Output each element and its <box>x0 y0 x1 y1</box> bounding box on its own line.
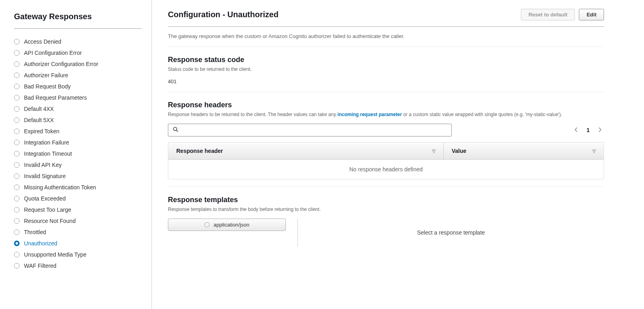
search-box <box>168 124 452 136</box>
col-header-label: Response header <box>176 148 223 154</box>
radio-icon <box>14 207 20 213</box>
column-response-header[interactable]: Response header ▽ <box>168 142 444 159</box>
sort-icon: ▽ <box>432 148 435 154</box>
radio-icon <box>14 61 20 67</box>
sidebar-item-label: Default 4XX <box>24 106 54 112</box>
radio-icon <box>14 196 20 201</box>
sidebar-item-label: Invalid API Key <box>24 162 62 168</box>
radio-icon <box>14 72 20 78</box>
column-value[interactable]: Value ▽ <box>444 142 604 159</box>
sidebar-item-request-too-large[interactable]: Request Too Large <box>14 204 142 215</box>
sidebar-item-missing-authentication-token[interactable]: Missing Authentication Token <box>14 182 142 193</box>
sidebar-item-bad-request-parameters[interactable]: Bad Request Parameters <box>14 92 142 103</box>
svg-point-0 <box>173 127 177 130</box>
sidebar-item-resource-not-found[interactable]: Resource Not Found <box>14 215 142 227</box>
response-templates-sub: Response templates to transform the body… <box>168 207 604 212</box>
radio-icon <box>14 151 20 157</box>
response-headers-section: Response headers Response headers to be … <box>168 92 604 187</box>
radio-icon <box>14 185 20 190</box>
radio-icon <box>14 140 20 145</box>
sidebar-item-label: Request Too Large <box>24 207 71 213</box>
radio-icon <box>14 241 20 246</box>
radio-icon <box>14 128 20 134</box>
sidebar-item-quota-exceeded[interactable]: Quota Exceeded <box>14 193 142 204</box>
sidebar-item-integration-failure[interactable]: Integration Failure <box>14 137 142 148</box>
radio-icon <box>14 50 20 56</box>
headers-sub-pre: Response headers to be returned to the c… <box>168 112 337 117</box>
gateway-responses-list: Access DeniedAPI Configuration ErrorAuth… <box>14 36 142 271</box>
response-headers-title: Response headers <box>168 101 604 109</box>
pager-next-button[interactable] <box>595 125 604 135</box>
sidebar-item-label: Authorizer Configuration Error <box>24 61 98 67</box>
radio-icon <box>14 117 20 123</box>
sidebar-title: Gateway Responses <box>14 12 142 29</box>
sidebar-item-label: Integration Timeout <box>24 150 72 157</box>
sidebar-item-default-5xx[interactable]: Default 5XX <box>14 114 142 126</box>
radio-icon <box>14 173 20 179</box>
sidebar-item-unsupported-media-type[interactable]: Unsupported Media Type <box>14 249 142 260</box>
incoming-request-parameter-link[interactable]: incoming request parameter <box>337 112 402 117</box>
sidebar: Gateway Responses Access DeniedAPI Confi… <box>0 0 152 309</box>
radio-icon <box>14 106 20 112</box>
radio-icon <box>204 222 209 227</box>
sidebar-item-waf-filtered[interactable]: WAF Filtered <box>14 260 142 271</box>
description-text: The gateway response when the custom or … <box>168 27 604 47</box>
chevron-left-icon <box>574 127 579 132</box>
sidebar-item-unauthorized[interactable]: Unauthorized <box>14 238 142 249</box>
sidebar-item-label: Bad Request Parameters <box>24 94 87 101</box>
radio-icon <box>14 95 20 100</box>
pager-prev-button[interactable] <box>572 125 581 135</box>
sidebar-item-default-4xx[interactable]: Default 4XX <box>14 103 142 114</box>
search-row: 1 <box>168 124 604 136</box>
pager-current-page: 1 <box>586 127 590 133</box>
response-templates-title: Response templates <box>168 196 604 204</box>
template-application-json[interactable]: application/json <box>168 219 286 231</box>
sidebar-item-label: Throttled <box>24 229 46 235</box>
sidebar-item-bad-request-body[interactable]: Bad Request Body <box>14 81 142 92</box>
header-buttons: Reset to default Edit <box>521 9 604 20</box>
template-pill-label: application/json <box>213 222 249 228</box>
sidebar-item-label: Invalid Signature <box>24 173 66 179</box>
headers-sub-post: or a custom static value wrapped with si… <box>402 112 562 117</box>
response-templates-section: Response templates Response templates to… <box>168 187 604 254</box>
sidebar-item-label: Resource Not Found <box>24 218 76 224</box>
sidebar-item-label: Authorizer Failure <box>24 72 68 78</box>
sort-icon: ▽ <box>592 148 596 154</box>
sidebar-item-integration-timeout[interactable]: Integration Timeout <box>14 148 142 159</box>
edit-button[interactable]: Edit <box>579 9 604 20</box>
reset-to-default-button[interactable]: Reset to default <box>521 9 575 20</box>
status-code-title: Response status code <box>168 56 604 64</box>
page-title: Configuration - Unauthorized <box>168 10 279 19</box>
sidebar-item-invalid-api-key[interactable]: Invalid API Key <box>14 159 142 171</box>
sidebar-item-label: Expired Token <box>24 128 59 134</box>
radio-icon <box>14 84 20 89</box>
status-code-section: Response status code Status code to be r… <box>168 47 604 92</box>
template-placeholder: Select a response template <box>298 219 604 247</box>
sidebar-item-label: Default 5XX <box>24 117 54 123</box>
sidebar-item-label: Integration Failure <box>24 139 69 146</box>
sidebar-item-throttled[interactable]: Throttled <box>14 227 142 238</box>
radio-icon <box>14 162 20 168</box>
radio-icon <box>14 218 20 224</box>
sidebar-item-label: Access Denied <box>24 38 61 45</box>
header-row: Configuration - Unauthorized Reset to de… <box>168 9 604 27</box>
sidebar-item-api-configuration-error[interactable]: API Configuration Error <box>14 47 142 58</box>
radio-icon <box>14 263 20 269</box>
sidebar-item-access-denied[interactable]: Access Denied <box>14 36 142 47</box>
sidebar-item-label: WAF Filtered <box>24 263 56 269</box>
response-headers-sub: Response headers to be returned to the c… <box>168 112 604 117</box>
templates-left: application/json <box>168 219 298 247</box>
sidebar-item-label: API Configuration Error <box>24 50 82 56</box>
sidebar-item-expired-token[interactable]: Expired Token <box>14 126 142 137</box>
radio-icon <box>14 39 20 44</box>
radio-icon <box>14 229 20 235</box>
sidebar-item-authorizer-configuration-error[interactable]: Authorizer Configuration Error <box>14 58 142 70</box>
sidebar-item-label: Quota Exceeded <box>24 195 66 202</box>
chevron-right-icon <box>597 127 602 132</box>
col-value-label: Value <box>452 148 467 154</box>
search-input[interactable] <box>168 124 452 136</box>
sidebar-item-label: Unsupported Media Type <box>24 251 86 258</box>
sidebar-item-authorizer-failure[interactable]: Authorizer Failure <box>14 70 142 81</box>
sidebar-item-label: Missing Authentication Token <box>24 184 96 191</box>
sidebar-item-invalid-signature[interactable]: Invalid Signature <box>14 171 142 182</box>
